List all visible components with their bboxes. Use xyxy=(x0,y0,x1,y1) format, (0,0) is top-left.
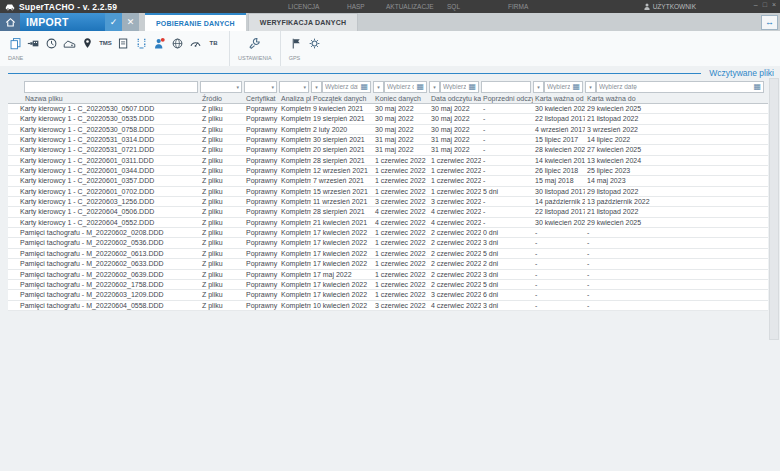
tab-weryfikacja-danych[interactable]: WERYFIKACJA DANYCH xyxy=(248,13,358,31)
table-cell: Kompletny xyxy=(279,135,311,144)
table-cell: Poprawny xyxy=(244,125,279,134)
column-header[interactable]: Źródło xyxy=(200,94,244,103)
table-cell: Poprawny xyxy=(244,176,279,185)
table-row[interactable]: Karty kierowcy 1 - C_20220601_0357.DDDZ … xyxy=(8,176,768,186)
column-header[interactable]: Karta ważna do xyxy=(585,94,768,103)
files-icon[interactable] xyxy=(8,36,23,51)
close-icon[interactable]: × xyxy=(772,1,776,8)
table-cell: Pamięci tachografu - M_20220602_0639.DDD xyxy=(8,270,200,279)
usb-icon[interactable] xyxy=(26,36,41,51)
gear-icon[interactable] xyxy=(307,36,322,51)
column-header[interactable]: Początek danych xyxy=(311,94,373,103)
filter-zrodlo-dropdown[interactable]: ▾ xyxy=(200,81,242,93)
maximize-icon[interactable]: □ xyxy=(763,1,767,8)
table-row[interactable]: Karty kierowcy 1 - C_20220604_0552.DDDZ … xyxy=(8,218,768,228)
table-cell: Kompletny xyxy=(279,156,311,165)
column-header[interactable]: Koniec danych xyxy=(373,94,429,103)
filter-wazna-do-date-picker[interactable]: Wybierz datę▦ xyxy=(596,81,764,93)
clock-icon[interactable] xyxy=(44,36,59,51)
table-row[interactable]: Karty kierowcy 1 - C_20220601_0311.DDDZ … xyxy=(8,156,768,166)
transfer-icon[interactable] xyxy=(134,36,149,51)
table-cell: 7 wrzesień 2021 xyxy=(311,176,373,185)
table-cell: 2 dni xyxy=(481,259,533,268)
table-cell: 1 czerwiec 2022 xyxy=(373,187,429,196)
table-row[interactable]: Pamięci tachografu - M_20220602_0208.DDD… xyxy=(8,228,768,238)
column-header[interactable]: Certyfikat xyxy=(244,94,279,103)
table-row[interactable]: Pamięci tachografu - M_20220602_0613.DDD… xyxy=(8,249,768,259)
table-row[interactable]: Karty kierowcy 1 - C_20220530_0507.DDDZ … xyxy=(8,104,768,114)
column-header[interactable]: Analiza pliku xyxy=(279,94,311,103)
table-row[interactable]: Karty kierowcy 1 - C_20220530_0535.DDDZ … xyxy=(8,114,768,124)
user-menu[interactable]: UŻYTKOWNIK xyxy=(644,3,696,10)
table-cell: 4 czerwiec 2022 xyxy=(429,218,481,227)
table-cell: Kompletny xyxy=(279,166,311,175)
cancel-button[interactable]: ✕ xyxy=(122,13,139,31)
table-cell: - xyxy=(533,249,585,258)
table-cell: Kompletny xyxy=(279,104,311,113)
filter-koniec-operator-dropdown[interactable]: ▾ xyxy=(373,81,384,93)
table-row[interactable]: Karty kierowcy 1 - C_20220601_0702.DDDZ … xyxy=(8,187,768,197)
menu-hasp[interactable]: HASP xyxy=(347,3,365,10)
filter-odczyt-date-picker[interactable]: Wybierz datę▦ xyxy=(440,81,479,93)
table-row[interactable]: Karty kierowcy 1 - C_20220531_0721.DDDZ … xyxy=(8,145,768,155)
filter-poczatek-operator-dropdown[interactable]: ▾ xyxy=(311,81,322,93)
minimize-icon[interactable]: – xyxy=(754,1,758,8)
vertical-scrollbar[interactable] xyxy=(769,78,779,340)
filter-wazna-od-operator-dropdown[interactable]: ▾ xyxy=(533,81,544,93)
filter-row: ▾ ▾ ▾ ▾ Wybierz datę▦ ▾ Wybierz datę▦ ▾ … xyxy=(8,79,768,94)
filter-poczatek-date-picker[interactable]: Wybierz datę▦ xyxy=(322,81,371,93)
driver-alert-icon[interactable] xyxy=(152,36,167,51)
home-button[interactable] xyxy=(0,13,20,31)
column-header[interactable]: Karta ważna od xyxy=(533,94,585,103)
table-row[interactable]: Karty kierowcy 1 - C_20220531_0314.DDDZ … xyxy=(8,135,768,145)
filter-certyfikat-dropdown[interactable]: ▾ xyxy=(244,81,277,93)
filter-poprzedni-odczyt-input[interactable] xyxy=(481,81,531,93)
table-row[interactable]: Karty kierowcy 1 - C_20220530_0758.DDDZ … xyxy=(8,125,768,135)
flag-icon[interactable] xyxy=(289,36,304,51)
tms-icon[interactable]: TMS xyxy=(98,36,113,51)
filter-nazwa-pliku-input[interactable] xyxy=(24,81,198,93)
filter-odczyt-operator-dropdown[interactable]: ▾ xyxy=(429,81,440,93)
chevron-down-icon: ▾ xyxy=(537,84,540,90)
column-header[interactable]: Data odczytu karty xyxy=(429,94,481,103)
car-icon xyxy=(5,2,15,11)
column-header[interactable]: Poprzedni odczyt xyxy=(481,94,533,103)
table-row[interactable]: Pamięci tachografu - M_20220604_0558.DDD… xyxy=(8,301,768,311)
table-cell: Pamięci tachografu - M_20220603_1209.DDD xyxy=(8,290,200,299)
table-cell: 14 maj 2023 xyxy=(585,176,768,185)
table-row[interactable]: Pamięci tachografu - M_20220602_0639.DDD… xyxy=(8,270,768,280)
menu-sql[interactable]: SQL xyxy=(447,3,460,10)
filter-wazna-do-operator-dropdown[interactable]: ▾ xyxy=(585,81,596,93)
gauge-icon[interactable] xyxy=(188,36,203,51)
card-arrow-icon[interactable] xyxy=(116,36,131,51)
expand-button[interactable]: ↔ xyxy=(761,15,778,30)
table-cell: Z pliku xyxy=(200,280,244,289)
tb-icon[interactable]: TB xyxy=(206,36,221,51)
filter-koniec-date-picker[interactable]: Wybierz datę▦ xyxy=(384,81,427,93)
menu-licencja[interactable]: LICENCJA xyxy=(288,3,319,10)
menu-aktualizacje[interactable]: AKTUALIZACJE xyxy=(386,3,434,10)
filter-analiza-dropdown[interactable]: ▾ xyxy=(279,81,309,93)
toolbar-group-label: USTAWIENIA xyxy=(238,55,272,61)
table-row[interactable]: Karty kierowcy 1 - C_20220603_1256.DDDZ … xyxy=(8,197,768,207)
table-row[interactable]: Karty kierowcy 1 - C_20220604_0506.DDDZ … xyxy=(8,207,768,217)
card-reader-icon[interactable] xyxy=(62,36,77,51)
wrench-icon[interactable] xyxy=(247,36,262,51)
table-row[interactable]: Pamięci tachografu - M_20220603_1209.DDD… xyxy=(8,290,768,300)
confirm-button[interactable]: ✓ xyxy=(105,13,122,31)
column-header[interactable]: Nazwa pliku xyxy=(8,94,200,103)
menu-firma[interactable]: FIRMA xyxy=(508,3,528,10)
chevron-down-icon: ▾ xyxy=(589,84,592,90)
globe-icon[interactable] xyxy=(170,36,185,51)
table-row[interactable]: Karty kierowcy 1 - C_20220601_0344.DDDZ … xyxy=(8,166,768,176)
table-row[interactable]: Pamięci tachografu - M_20220602_0633.DDD… xyxy=(8,259,768,269)
user-icon xyxy=(644,3,650,10)
table-cell: Z pliku xyxy=(200,290,244,299)
table-row[interactable]: Pamięci tachografu - M_20220602_1758.DDD… xyxy=(8,280,768,290)
map-pin-icon[interactable] xyxy=(80,36,95,51)
filter-wazna-od-date-picker[interactable]: Wybierz datę▦ xyxy=(544,81,583,93)
tab-pobieranie-danych[interactable]: POBIERANIE DANYCH xyxy=(145,13,246,31)
table-row[interactable]: Pamięci tachografu - M_20220602_0536.DDD… xyxy=(8,238,768,248)
table-cell: Z pliku xyxy=(200,145,244,154)
table-cell: 29 kwiecień 2025 xyxy=(585,104,768,113)
